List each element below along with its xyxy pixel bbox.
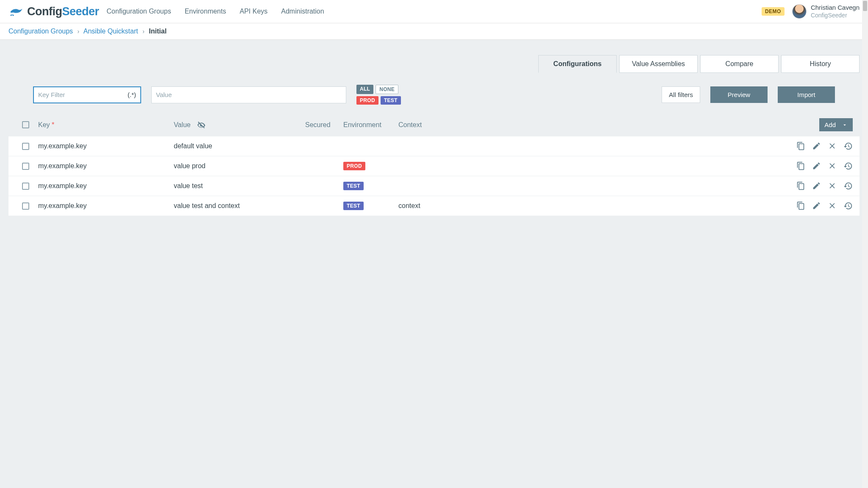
table-row: my.example.key default value bbox=[8, 136, 860, 156]
chip-all[interactable]: ALL bbox=[356, 85, 373, 94]
col-secured[interactable]: Secured bbox=[305, 121, 343, 129]
tab-history[interactable]: History bbox=[781, 55, 860, 73]
tab-compare[interactable]: Compare bbox=[700, 55, 779, 73]
user-menu[interactable]: Christian Cavegn ConfigSeeder bbox=[792, 4, 860, 19]
edit-icon[interactable] bbox=[812, 181, 821, 190]
user-org: ConfigSeeder bbox=[811, 12, 860, 19]
tab-value-assemblies[interactable]: Value Assemblies bbox=[619, 55, 698, 73]
preview-button[interactable]: Preview bbox=[710, 86, 768, 103]
edit-icon[interactable] bbox=[812, 161, 821, 170]
cell-key: my.example.key bbox=[38, 162, 174, 170]
chip-test[interactable]: TEST bbox=[381, 96, 401, 105]
edit-icon[interactable] bbox=[812, 141, 821, 150]
edit-icon[interactable] bbox=[812, 201, 821, 210]
table-row: my.example.key value test and context TE… bbox=[8, 196, 860, 216]
cell-key: my.example.key bbox=[38, 202, 174, 210]
chip-prod[interactable]: PROD bbox=[356, 96, 378, 105]
cell-key: my.example.key bbox=[38, 182, 174, 190]
row-checkbox[interactable] bbox=[22, 202, 29, 210]
history-icon[interactable] bbox=[843, 181, 853, 191]
col-value[interactable]: Value bbox=[174, 120, 305, 130]
scrollbar[interactable] bbox=[862, 0, 868, 225]
all-filters-button[interactable]: All filters bbox=[662, 86, 700, 103]
col-context[interactable]: Context bbox=[398, 121, 487, 129]
select-all-checkbox[interactable] bbox=[22, 121, 29, 128]
table-row: my.example.key value test TEST bbox=[8, 176, 860, 196]
env-pill: TEST bbox=[343, 182, 364, 190]
key-filter-placeholder: Key Filter bbox=[38, 91, 65, 98]
cell-key: my.example.key bbox=[38, 142, 174, 150]
row-actions bbox=[779, 161, 860, 171]
main-nav: Configuration Groups Environments API Ke… bbox=[107, 8, 324, 15]
row-actions bbox=[779, 181, 860, 191]
filter-row: Key Filter (.*) Value ALL NONE PROD TEST… bbox=[8, 73, 860, 113]
row-actions bbox=[779, 201, 860, 211]
tabs: Configurations Value Assemblies Compare … bbox=[0, 55, 868, 73]
table-head: Key * Value Secured Environment Context … bbox=[8, 113, 860, 136]
crumb-root[interactable]: Configuration Groups bbox=[8, 28, 73, 35]
nav-api-keys[interactable]: API Keys bbox=[239, 8, 267, 15]
nav-configuration-groups[interactable]: Configuration Groups bbox=[107, 8, 171, 15]
env-pill: TEST bbox=[343, 202, 364, 210]
cell-value: value test and context bbox=[174, 202, 305, 210]
close-icon[interactable] bbox=[828, 161, 837, 170]
chevron-right-icon: › bbox=[78, 28, 80, 35]
cell-environment: PROD bbox=[343, 162, 398, 170]
env-filter-chips: ALL NONE PROD TEST bbox=[356, 85, 416, 105]
cell-value: default value bbox=[174, 142, 305, 150]
logo-icon bbox=[8, 5, 24, 18]
copy-icon[interactable] bbox=[796, 141, 805, 150]
nav-environments[interactable]: Environments bbox=[185, 8, 226, 15]
close-icon[interactable] bbox=[828, 181, 837, 190]
copy-icon[interactable] bbox=[796, 181, 805, 190]
value-filter-input[interactable]: Value bbox=[151, 86, 346, 103]
row-actions bbox=[779, 141, 860, 151]
copy-icon[interactable] bbox=[796, 201, 805, 210]
user-name: Christian Cavegn bbox=[811, 4, 860, 12]
logo-text: ConfigSeeder bbox=[27, 5, 99, 18]
breadcrumb: Configuration Groups › Ansible Quickstar… bbox=[0, 23, 868, 40]
nav-administration[interactable]: Administration bbox=[281, 8, 324, 15]
close-icon[interactable] bbox=[828, 141, 837, 150]
avatar bbox=[792, 4, 807, 19]
visibility-off-icon[interactable] bbox=[197, 120, 206, 130]
chevron-right-icon: › bbox=[142, 28, 145, 35]
history-icon[interactable] bbox=[843, 161, 853, 171]
logo[interactable]: ConfigSeeder bbox=[8, 5, 99, 18]
row-checkbox[interactable] bbox=[22, 143, 29, 150]
tab-configurations[interactable]: Configurations bbox=[538, 55, 617, 73]
copy-icon[interactable] bbox=[796, 161, 805, 170]
topbar: ConfigSeeder Configuration Groups Enviro… bbox=[0, 0, 868, 23]
cell-value: value test bbox=[174, 182, 305, 190]
cell-environment: TEST bbox=[343, 182, 398, 190]
crumb-current: Initial bbox=[149, 28, 167, 35]
content: Key Filter (.*) Value ALL NONE PROD TEST… bbox=[8, 73, 860, 216]
chip-none[interactable]: NONE bbox=[376, 85, 398, 94]
row-checkbox[interactable] bbox=[22, 183, 29, 190]
env-pill: PROD bbox=[343, 162, 365, 170]
demo-badge: DEMO bbox=[762, 7, 785, 16]
row-checkbox[interactable] bbox=[22, 163, 29, 170]
key-filter-input[interactable]: Key Filter (.*) bbox=[33, 86, 141, 103]
import-button[interactable]: Import bbox=[778, 86, 835, 103]
cell-context: context bbox=[398, 202, 487, 210]
history-icon[interactable] bbox=[843, 201, 853, 211]
regex-hint: (.*) bbox=[128, 91, 136, 98]
table-row: my.example.key value prod PROD bbox=[8, 156, 860, 176]
col-key[interactable]: Key * bbox=[38, 121, 174, 129]
cell-environment: TEST bbox=[343, 202, 398, 210]
add-button[interactable]: Add bbox=[819, 118, 853, 131]
crumb-group[interactable]: Ansible Quickstart bbox=[83, 28, 138, 35]
chevron-down-icon bbox=[842, 122, 848, 128]
value-filter-placeholder: Value bbox=[156, 91, 172, 98]
close-icon[interactable] bbox=[828, 201, 837, 210]
table-body: my.example.key default value my.example.… bbox=[8, 136, 860, 216]
history-icon[interactable] bbox=[843, 141, 853, 151]
cell-value: value prod bbox=[174, 162, 305, 170]
col-environment[interactable]: Environment bbox=[343, 121, 398, 129]
